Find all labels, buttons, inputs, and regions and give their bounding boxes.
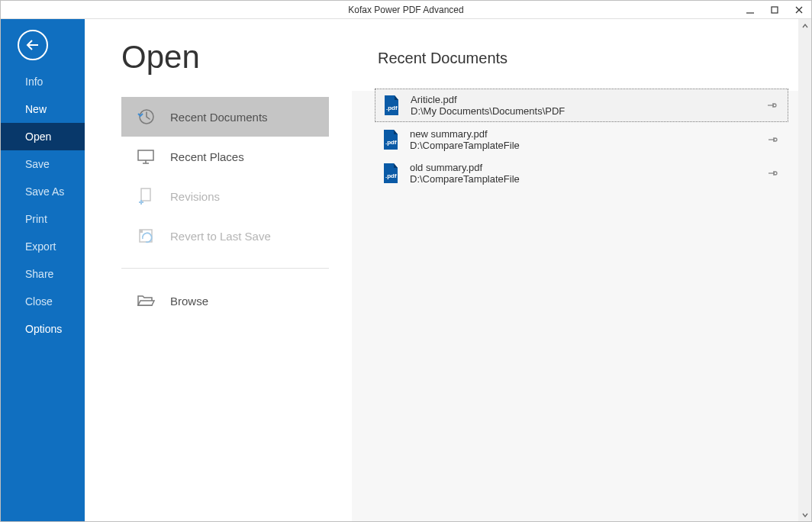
minimize-button[interactable] xyxy=(738,1,762,19)
file-name: new summary.pdf xyxy=(410,128,756,140)
window-controls xyxy=(738,1,811,19)
pdf-file-icon: .pdf xyxy=(381,162,401,185)
file-path: D:\CompareTamplateFile xyxy=(410,173,756,185)
svg-rect-1 xyxy=(772,7,778,13)
sidebar: Info New Open Save Save As Print Export … xyxy=(1,19,85,521)
sidebar-item-new[interactable]: New xyxy=(1,95,85,123)
option-label: Revert to Last Save xyxy=(170,230,271,243)
sidebar-item-close[interactable]: Close xyxy=(1,288,85,315)
option-recent-places[interactable]: Recent Places xyxy=(121,137,329,176)
sidebar-item-export[interactable]: Export xyxy=(1,233,85,260)
recent-icon xyxy=(135,106,156,127)
revision-icon xyxy=(135,185,156,207)
svg-rect-6 xyxy=(138,150,153,160)
separator xyxy=(121,268,329,269)
option-label: Recent Places xyxy=(170,150,244,163)
svg-text:.pdf: .pdf xyxy=(385,172,397,179)
svg-text:.pdf: .pdf xyxy=(386,105,398,111)
sidebar-item-info[interactable]: Info xyxy=(1,68,85,95)
file-path: D:\CompareTamplateFile xyxy=(410,140,756,151)
svg-rect-9 xyxy=(141,188,150,201)
option-recent-documents[interactable]: Recent Documents xyxy=(121,97,329,137)
file-path: D:\My Documents\Documents\PDF xyxy=(411,105,756,117)
sidebar-item-print[interactable]: Print xyxy=(1,205,85,233)
sidebar-item-open[interactable]: Open xyxy=(1,123,85,150)
monitor-icon xyxy=(135,146,156,167)
recent-file-item[interactable]: .pdf old summary.pdf D:\CompareTamplateF… xyxy=(375,157,788,189)
recent-documents-panel: Recent Documents .pdf Ariticle.pdf D:\My… xyxy=(352,19,811,521)
maximize-button[interactable] xyxy=(762,1,787,19)
scroll-down-icon[interactable] xyxy=(798,508,811,521)
option-revisions: Revisions xyxy=(121,176,329,216)
sidebar-item-share[interactable]: Share xyxy=(1,260,85,288)
recent-file-item[interactable]: .pdf Ariticle.pdf D:\My Documents\Docume… xyxy=(375,89,788,122)
scroll-up-icon[interactable] xyxy=(798,19,811,32)
back-arrow-icon xyxy=(24,37,41,53)
svg-point-16 xyxy=(773,104,776,107)
close-button[interactable] xyxy=(787,1,811,19)
option-label: Recent Documents xyxy=(170,111,268,124)
option-label: Browse xyxy=(170,295,208,308)
option-revert: Revert to Last Save xyxy=(121,216,329,256)
scrollbar[interactable] xyxy=(798,19,811,521)
pdf-file-icon: .pdf xyxy=(382,94,401,117)
svg-point-20 xyxy=(774,138,777,141)
window-title: Kofax Power PDF Advanced xyxy=(1,5,811,15)
title-bar: Kofax Power PDF Advanced xyxy=(1,1,811,19)
sidebar-item-save-as[interactable]: Save As xyxy=(1,178,85,205)
option-label: Revisions xyxy=(170,190,220,203)
pin-icon[interactable] xyxy=(765,98,778,112)
recent-documents-heading: Recent Documents xyxy=(378,50,788,67)
file-name: Ariticle.pdf xyxy=(411,94,756,105)
option-browse[interactable]: Browse xyxy=(121,281,329,321)
sidebar-item-save[interactable]: Save xyxy=(1,150,85,178)
pdf-file-icon: .pdf xyxy=(381,128,401,151)
pin-icon[interactable] xyxy=(765,133,779,147)
revert-icon xyxy=(135,225,156,246)
open-options-panel: Open Recent Documents Recent Places xyxy=(85,19,352,521)
back-button[interactable] xyxy=(18,30,48,60)
svg-point-24 xyxy=(774,172,777,175)
content: Open Recent Documents Recent Places xyxy=(85,19,811,521)
page-title: Open xyxy=(121,39,352,76)
svg-text:.pdf: .pdf xyxy=(385,139,397,146)
pin-icon[interactable] xyxy=(765,166,779,180)
file-name: old summary.pdf xyxy=(410,162,756,173)
recent-file-item[interactable]: .pdf new summary.pdf D:\CompareTamplateF… xyxy=(375,124,788,156)
folder-open-icon xyxy=(135,290,156,311)
sidebar-item-options[interactable]: Options xyxy=(1,315,85,343)
